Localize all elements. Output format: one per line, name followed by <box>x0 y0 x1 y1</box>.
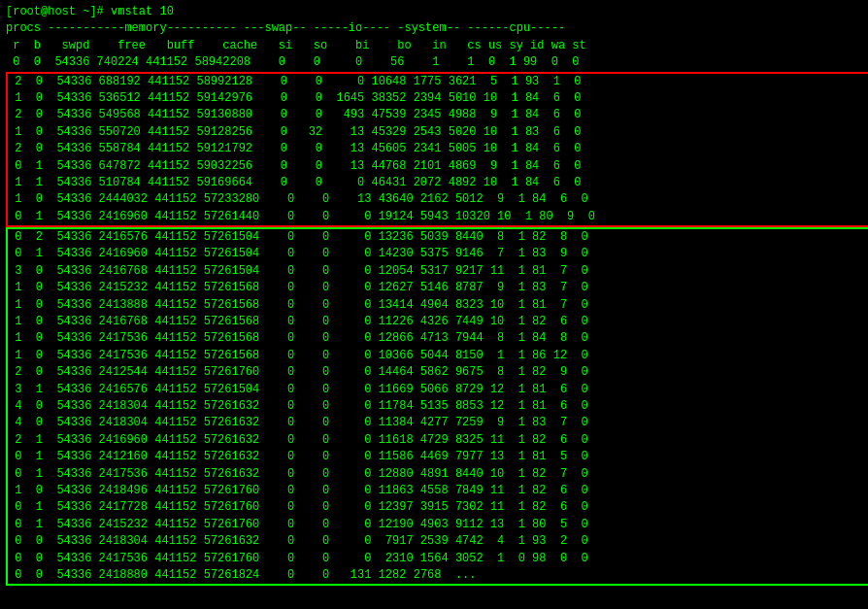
green-row-5: 1 0 54336 2416768 441152 57261568 0 0 0 … <box>8 314 868 330</box>
terminal-window: [root@host ~]# vmstat 10 procs ---------… <box>6 4 868 609</box>
red-row-8: 0 1 54336 2416960 441152 57261440 0 0 0 … <box>8 209 868 225</box>
red-row-6: 1 1 54336 510784 441152 59169664 0 0 0 4… <box>8 175 868 191</box>
green-row-7: 1 0 54336 2417536 441152 57261568 0 0 0 … <box>8 348 868 364</box>
green-row-8: 2 0 54336 2412544 441152 57261760 0 0 0 … <box>8 364 868 381</box>
first-data-row: 0 0 54336 740224 441152 58942208 0 0 0 5… <box>6 54 868 71</box>
green-row-19: 0 0 54336 2417536 441152 57261760 0 0 0 … <box>8 551 868 567</box>
green-row-2: 3 0 54336 2416768 441152 57261504 0 0 0 … <box>8 263 868 280</box>
green-row-18: 0 0 54336 2418304 441152 57261632 0 0 0 … <box>8 533 868 550</box>
green-row-14: 0 1 54336 2417536 441152 57261632 0 0 0 … <box>8 466 868 483</box>
red-section: 2 0 54336 688192 441152 58992128 0 0 0 1… <box>6 72 868 228</box>
green-row-13: 0 1 54336 2412160 441152 57261632 0 0 0 … <box>8 449 868 465</box>
red-row-1: 1 0 54336 536512 441152 59142976 0 0 164… <box>8 90 868 107</box>
green-row-4: 1 0 54336 2413888 441152 57261568 0 0 0 … <box>8 297 868 314</box>
green-row-3: 1 0 54336 2415232 441152 57261568 0 0 0 … <box>8 280 868 296</box>
red-row-2: 2 0 54336 549568 441152 59130880 0 0 493… <box>8 107 868 123</box>
col-subheaders: r b swpd free buff cache si so bi bo in … <box>6 38 868 54</box>
green-section: 0 2 54336 2416576 441152 57261504 0 0 0 … <box>6 227 868 586</box>
col-headers: procs -----------memory---------- ---swa… <box>6 20 868 37</box>
header-line: [root@host ~]# vmstat 10 <box>6 4 868 20</box>
green-row-0: 0 2 54336 2416576 441152 57261504 0 0 0 … <box>8 229 868 246</box>
green-row-1: 0 1 54336 2416960 441152 57261504 0 0 0 … <box>8 246 868 262</box>
green-row-17: 0 1 54336 2415232 441152 57261760 0 0 0 … <box>8 517 868 533</box>
green-row-15: 1 0 54336 2418496 441152 57261760 0 0 0 … <box>8 483 868 499</box>
green-row-20: 0 0 54336 2418880 441152 57261824 0 0 13… <box>8 567 868 584</box>
red-row-0: 2 0 54336 688192 441152 58992128 0 0 0 1… <box>8 74 868 90</box>
green-row-9: 3 1 54336 2416576 441152 57261504 0 0 0 … <box>8 382 868 398</box>
red-row-5: 0 1 54336 647872 441152 59032256 0 0 13 … <box>8 158 868 175</box>
green-row-12: 2 1 54336 2416960 441152 57261632 0 0 0 … <box>8 432 868 449</box>
green-row-11: 4 0 54336 2418304 441152 57261632 0 0 0 … <box>8 415 868 431</box>
green-row-10: 4 0 54336 2418304 441152 57261632 0 0 0 … <box>8 398 868 415</box>
red-row-4: 2 0 54336 558784 441152 59121792 0 0 13 … <box>8 141 868 157</box>
red-row-3: 1 0 54336 550720 441152 59128256 0 32 13… <box>8 124 868 141</box>
green-row-6: 1 0 54336 2417536 441152 57261568 0 0 0 … <box>8 330 868 347</box>
red-row-7: 1 0 54336 2444032 441152 57233280 0 0 13… <box>8 191 868 208</box>
green-row-16: 0 1 54336 2417728 441152 57261760 0 0 0 … <box>8 499 868 516</box>
